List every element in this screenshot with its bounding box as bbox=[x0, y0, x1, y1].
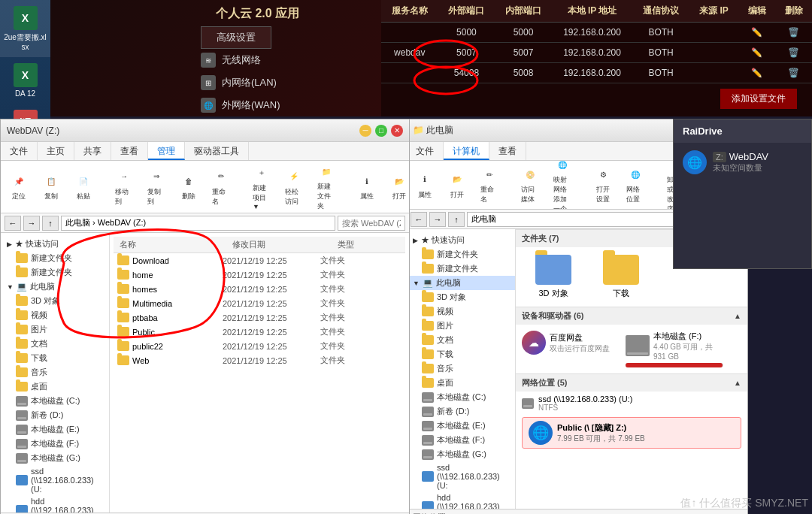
sidebar-pics-2[interactable]: 图片 bbox=[407, 319, 515, 333]
move-btn[interactable]: → 移动到 bbox=[110, 165, 138, 210]
sidebar-net-ssd[interactable]: ssd (\\192.168.0.233) (U: bbox=[1, 465, 109, 495]
access-media-btn[interactable]: 📀 访问媒体 bbox=[516, 162, 544, 207]
sidebar-desk-2[interactable]: 桌面 bbox=[407, 376, 515, 390]
back-btn-1[interactable]: ← bbox=[5, 216, 21, 231]
sidebar-desktop[interactable]: 桌面 bbox=[1, 379, 109, 394]
sidebar-docs[interactable]: 文档 bbox=[1, 337, 109, 351]
network-pos-btn[interactable]: 🌐 网络位置 bbox=[621, 162, 650, 207]
sidebar-pics[interactable]: 图片 bbox=[1, 322, 109, 337]
desktop-icon-excel[interactable]: X 2ue需要搬.xlsx bbox=[0, 0, 50, 57]
folder-item-dl[interactable]: 下载 bbox=[591, 255, 651, 299]
drive-f-item[interactable]: 本地磁盘 (F:) 4.40 GB 可用，共 931 GB bbox=[626, 331, 723, 367]
file-row[interactable]: ptbaba 2021/12/19 12:25 文件夹 bbox=[114, 310, 405, 325]
tab-home-1[interactable]: 主页 bbox=[38, 142, 74, 160]
sidebar-3d-2[interactable]: 3D 对象 bbox=[407, 290, 515, 304]
open-btn-2[interactable]: 📂 打开 bbox=[443, 168, 471, 203]
copyto-btn[interactable]: ⇒ 复制到 bbox=[142, 165, 171, 210]
net-public-item[interactable]: 🌐 Public (\ [隐藏] Z:) 7.99 EB 可用，共 7.99 E… bbox=[522, 417, 741, 449]
net-ssd-item[interactable]: ssd (\\192.168.0.233) (U:) NTFS bbox=[516, 392, 747, 415]
open-settings-btn[interactable]: ⚙ 打开设置 bbox=[589, 162, 617, 207]
open-btn[interactable]: 📂 打开 bbox=[385, 169, 409, 204]
sidebar-drive-d[interactable]: 新卷 (D:) bbox=[1, 408, 109, 422]
lan-menu[interactable]: ⊞ 内网络(LAN) bbox=[201, 75, 277, 90]
file-row[interactable]: Multimedia 2021/12/19 12:25 文件夹 bbox=[114, 296, 405, 310]
sidebar-this-pc[interactable]: ▼ 💻 此电脑 bbox=[1, 280, 109, 294]
sidebar-drv-f-2[interactable]: 本地磁盘 (F:) bbox=[407, 433, 515, 447]
back-btn-2[interactable]: ← bbox=[411, 212, 427, 227]
map-net-btn[interactable]: 🌐 映射网络 添加一个 bbox=[548, 161, 577, 210]
sidebar-quick-access[interactable]: ▶ ★ 快速访问 bbox=[1, 237, 109, 251]
easy-access-btn[interactable]: ⚡ 轻松访问 bbox=[280, 165, 308, 210]
sidebar-docs-2[interactable]: 文档 bbox=[407, 333, 515, 347]
sidebar-thispc-2[interactable]: ▼ 💻 此电脑 bbox=[407, 276, 515, 290]
sidebar-nf-1[interactable]: 新建文件夹 bbox=[407, 247, 515, 262]
rename-btn-2[interactable]: ✏ 重命名 bbox=[475, 162, 504, 207]
raidrive-item-webdav[interactable]: 🌐 Z: WebDAV 未知空间数量 bbox=[674, 143, 811, 182]
sidebar-video[interactable]: 视频 bbox=[1, 308, 109, 322]
tab-file-2[interactable]: 文件 bbox=[407, 142, 444, 160]
file-row[interactable]: public22 2021/12/19 12:25 文件夹 bbox=[114, 339, 405, 353]
tab-file-1[interactable]: 文件 bbox=[1, 142, 38, 160]
tab-manage-1[interactable]: 管理 bbox=[148, 142, 185, 160]
file-row[interactable]: homes 2021/12/19 12:25 文件夹 bbox=[114, 282, 405, 296]
new-item-btn[interactable]: ＋ 新建项目▼ bbox=[247, 161, 276, 213]
sidebar-drv-d-2[interactable]: 新卷 (D:) bbox=[407, 404, 515, 419]
add-config-button[interactable]: 添加设置文件 bbox=[720, 89, 797, 109]
address-input-2[interactable] bbox=[467, 212, 681, 227]
tab-drivetool-1[interactable]: 驱动器工具 bbox=[185, 142, 249, 160]
tab-view-1[interactable]: 查看 bbox=[111, 142, 148, 160]
up-btn-1[interactable]: ↑ bbox=[42, 216, 59, 231]
sidebar-drive-c[interactable]: 本地磁盘 (C:) bbox=[1, 394, 109, 408]
up-btn-2[interactable]: ↑ bbox=[448, 212, 465, 227]
delete-btn-1[interactable]: 🗑 删除 bbox=[174, 169, 203, 204]
forward-btn-2[interactable]: → bbox=[429, 212, 446, 227]
sidebar-dl[interactable]: 下载 bbox=[1, 351, 109, 365]
folder-item-3d[interactable]: 3D 对象 bbox=[523, 255, 583, 299]
paste-btn[interactable]: 📄 粘贴 bbox=[69, 169, 98, 204]
file-row[interactable]: Web 2021/12/19 12:25 文件夹 bbox=[114, 353, 405, 367]
sidebar-3d[interactable]: 3D 对象 bbox=[1, 294, 109, 308]
file-row[interactable]: Public 2021/12/19 12:25 文件夹 bbox=[114, 325, 405, 339]
sidebar-drv-g-2[interactable]: 本地磁盘 (G:) bbox=[407, 447, 515, 461]
wifi-menu[interactable]: ≋ 无线网络 bbox=[201, 53, 261, 68]
search-input-1[interactable] bbox=[338, 216, 405, 231]
table-row: 54008 5008 192.168.0.200 BOTH ✏️ 🗑️ bbox=[381, 63, 812, 83]
desktop-icon-2[interactable]: X DA 12 bbox=[0, 57, 50, 104]
copy-btn[interactable]: 📋 复制 bbox=[37, 169, 65, 204]
wan-menu[interactable]: 🌐 外网络(WAN) bbox=[201, 98, 280, 113]
tab-view-2[interactable]: 查看 bbox=[489, 142, 526, 160]
sidebar-net-hdd-2[interactable]: hdd (\\192.168.0.233) (V bbox=[407, 491, 515, 509]
sidebar-net-hdd[interactable]: hdd (\\192.168.0.233) (V bbox=[1, 495, 109, 512]
baidu-drive[interactable]: ☁ 百度网盘 双击运行百度网盘 bbox=[522, 331, 620, 367]
sidebar-quick-2[interactable]: ▶ ★ 快速访问 bbox=[407, 233, 515, 247]
sidebar-net-ssd-2[interactable]: ssd (\\192.168.0.233) (U: bbox=[407, 461, 515, 491]
sidebar-drive-g[interactable]: 本地磁盘 (G:) bbox=[1, 451, 109, 465]
close-btn-1[interactable]: ✕ bbox=[391, 125, 403, 137]
pin-btn[interactable]: 📌 定位 bbox=[5, 169, 33, 204]
sidebar-video-2[interactable]: 视频 bbox=[407, 304, 515, 319]
adv-settings-button[interactable]: 高级设置 bbox=[201, 26, 271, 49]
tab-share-1[interactable]: 共享 bbox=[74, 142, 111, 160]
sidebar-music[interactable]: 音乐 bbox=[1, 365, 109, 379]
net-icon-hdd bbox=[16, 505, 28, 512]
tab-computer-2[interactable]: 计算机 bbox=[444, 142, 489, 160]
forward-btn-1[interactable]: → bbox=[23, 216, 40, 231]
props-btn-2[interactable]: ℹ 属性 bbox=[411, 168, 439, 203]
sidebar-drive-e[interactable]: 本地磁盘 (E:) bbox=[1, 422, 109, 437]
file-row[interactable]: Download 2021/12/19 12:25 文件夹 bbox=[114, 253, 405, 268]
new-folder-btn[interactable]: 📁 新建文件夹 bbox=[312, 161, 341, 213]
props-btn[interactable]: ℹ 属性 bbox=[353, 169, 381, 204]
address-input-1[interactable] bbox=[61, 216, 335, 231]
sidebar-new-folder-1[interactable]: 新建文件夹 bbox=[1, 251, 109, 265]
sidebar-music-2[interactable]: 音乐 bbox=[407, 361, 515, 376]
sidebar-drv-e-2[interactable]: 本地磁盘 (E:) bbox=[407, 419, 515, 433]
rename-btn[interactable]: ✏ 重命名 bbox=[207, 165, 235, 210]
maximize-btn-1[interactable]: □ bbox=[375, 125, 387, 137]
sidebar-nf-2[interactable]: 新建文件夹 bbox=[407, 262, 515, 276]
sidebar-dl-2[interactable]: 下载 bbox=[407, 347, 515, 361]
sidebar-drive-f[interactable]: 本地磁盘 (F:) bbox=[1, 437, 109, 451]
file-row[interactable]: home 2021/12/19 12:25 文件夹 bbox=[114, 268, 405, 282]
minimize-btn-1[interactable]: ─ bbox=[359, 125, 371, 137]
sidebar-drv-c-2[interactable]: 本地磁盘 (C:) bbox=[407, 390, 515, 404]
sidebar-new-folder-2[interactable]: 新建文件夹 bbox=[1, 265, 109, 280]
